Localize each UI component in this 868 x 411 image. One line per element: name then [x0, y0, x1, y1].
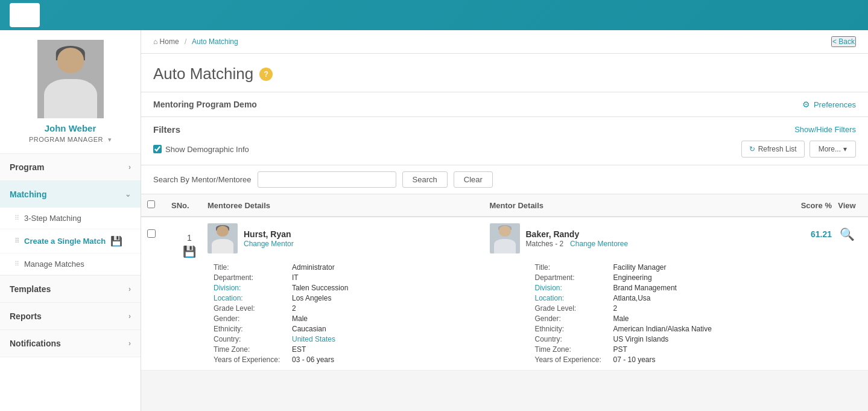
mentor-avatar — [490, 223, 520, 253]
avatar-head — [57, 48, 84, 73]
mentor-division: Brand Management — [613, 284, 857, 292]
preferences-button[interactable]: ⚙ Preferences — [802, 100, 856, 109]
mentor-header: Baker, Randy Matches - 2 Change Mentoree — [490, 223, 772, 253]
select-all-checkbox[interactable] — [147, 200, 155, 208]
search-by-label: Search By Mentor/Mentoree — [153, 175, 252, 184]
row-number: 1 — [187, 227, 192, 243]
notifications-arrow-icon: › — [128, 339, 131, 348]
refresh-list-button[interactable]: ↻ Refresh List — [741, 141, 805, 158]
header-mentor-details: Mentor Details — [490, 201, 772, 210]
mentor-location: Atlanta,Usa — [613, 294, 857, 302]
mentor-gender: Male — [613, 314, 857, 323]
row-checkbox-col — [147, 223, 171, 240]
mentoree-avatar — [207, 223, 238, 253]
search-button[interactable]: Search — [402, 171, 448, 188]
mentoree-details: Title: Administrator Department: IT Divi… — [214, 263, 535, 364]
back-button[interactable]: < Back — [831, 36, 856, 47]
mentoree-timezone: EST — [292, 345, 535, 354]
filter-right-controls: ↻ Refresh List More... ▾ — [741, 141, 856, 158]
save-match-icon[interactable]: 💾 — [183, 245, 196, 258]
sidebar-item-reports[interactable]: Reports › — [0, 303, 141, 330]
match-row-header: 1 💾 Hurst, Ryan — [147, 223, 862, 258]
mentoree-ethnicity: Caucasian — [292, 325, 535, 333]
nav-section-program: Program › — [0, 154, 141, 181]
mentor-country: US Virgin Islands — [613, 335, 857, 343]
program-bar: Mentoring Program Demo ⚙ Preferences — [141, 92, 868, 117]
mentor-exp-label: Years of Experience: — [535, 355, 613, 364]
mentor-dept-label: Department: — [535, 273, 613, 282]
info-icon[interactable]: ? — [259, 68, 273, 81]
clear-button[interactable]: Clear — [454, 171, 493, 188]
breadcrumb-current: Auto Matching — [192, 37, 238, 46]
mentoree-country[interactable]: United States — [292, 335, 535, 343]
mentor-div-label: Division: — [535, 284, 613, 292]
sidebar-item-3step-matching[interactable]: ⠿ 3-Step Matching — [0, 208, 141, 229]
header-score: Score % — [771, 201, 832, 210]
sidebar-item-create-single-match[interactable]: ⠿ Create a Single Match 💾 — [0, 229, 141, 253]
mentor-title: Facility Manager — [613, 263, 857, 272]
mentor-name: Baker, Randy — [526, 229, 629, 239]
page-title: Auto Matching — [153, 65, 253, 83]
view-search-icon[interactable]: 🔍 — [840, 228, 855, 241]
nav-section-templates: Templates › — [0, 276, 141, 303]
mentoree-header: Hurst, Ryan Change Mentor — [207, 223, 490, 253]
row-checkbox[interactable] — [147, 229, 156, 238]
mentor-loc-label: Location: — [535, 294, 613, 302]
refresh-icon: ↻ — [749, 145, 755, 153]
breadcrumb-home[interactable]: Home — [160, 37, 179, 46]
drag-icon: ⠿ — [14, 237, 19, 245]
mentoree-experience: 03 - 06 years — [292, 355, 535, 364]
header-sno: SNo. — [171, 201, 207, 210]
program-arrow-icon: › — [128, 163, 131, 171]
sidebar-item-matching[interactable]: Matching ⌄ — [0, 181, 141, 208]
svg-point-0 — [19, 7, 31, 19]
title-label: Title: — [214, 263, 292, 272]
dept-label: Department: — [214, 273, 292, 282]
mentor-department: Engineering — [613, 273, 857, 282]
more-dropdown-arrow: ▾ — [843, 145, 847, 153]
show-hide-filters-button[interactable]: Show/Hide Filters — [794, 125, 856, 134]
mentor-grade-label: Grade Level: — [535, 304, 613, 313]
templates-arrow-icon: › — [128, 285, 131, 293]
matching-arrow-icon: ⌄ — [125, 190, 131, 199]
mentoree-department: IT — [292, 273, 535, 282]
header-mentoree-details: Mentoree Details — [207, 201, 490, 210]
role-dropdown-arrow[interactable]: ▾ — [108, 136, 112, 143]
breadcrumb: ⌂ Home / Auto Matching < Back — [141, 30, 868, 54]
mentor-ethnicity-label: Ethnicity: — [535, 325, 613, 333]
mentoree-division: Talen Succession — [292, 284, 535, 292]
filters-controls: Show Demographic Info ↻ Refresh List Mor… — [153, 141, 856, 158]
sidebar-item-notifications[interactable]: Notifications › — [0, 330, 141, 357]
gear-icon: ⚙ — [802, 100, 810, 109]
sidebar-item-templates[interactable]: Templates › — [0, 276, 141, 302]
table-header: SNo. Mentoree Details Mentor Details Sco… — [141, 194, 868, 217]
mentor-ethnicity: American Indian/Alaska Native — [613, 325, 857, 333]
mentoree-cell: Hurst, Ryan Change Mentor — [207, 223, 490, 258]
filters-section: Filters Show/Hide Filters Show Demograph… — [141, 117, 868, 165]
change-mentoree-link[interactable]: Change Mentoree — [570, 240, 628, 248]
loc-label: Location: — [214, 294, 292, 302]
mentoree-gender: Male — [292, 314, 535, 323]
exp-label: Years of Experience: — [214, 355, 292, 364]
show-demographic-checkbox-label[interactable]: Show Demographic Info — [153, 145, 249, 154]
table-row: 1 💾 Hurst, Ryan — [141, 217, 868, 371]
mentor-country-label: Country: — [535, 335, 613, 343]
profile-role: PROGRAM MANAGER ▾ — [10, 136, 131, 144]
mentoree-grade: 2 — [292, 304, 535, 313]
sidebar-item-manage-matches[interactable]: ⠿ Manage Matches — [0, 253, 141, 275]
show-demographic-checkbox[interactable] — [153, 145, 162, 153]
more-button[interactable]: More... ▾ — [809, 141, 856, 158]
reports-arrow-icon: › — [128, 312, 131, 320]
nav-section-reports: Reports › — [0, 303, 141, 330]
mentoree-name: Hurst, Ryan — [244, 229, 294, 239]
drag-icon: ⠿ — [14, 214, 19, 222]
sidebar-item-program[interactable]: Program › — [0, 154, 141, 180]
main-content: ⌂ Home / Auto Matching < Back Auto Match… — [141, 30, 868, 411]
change-mentor-link[interactable]: Change Mentor — [244, 240, 294, 248]
mentor-matches-count: Matches - 2 — [526, 240, 564, 248]
mentor-cell: Baker, Randy Matches - 2 Change Mentoree — [490, 223, 772, 258]
search-input[interactable] — [258, 171, 396, 188]
nav-section-notifications: Notifications › — [0, 330, 141, 357]
nav-section-matching: Matching ⌄ ⠿ 3-Step Matching ⠿ Create a … — [0, 181, 141, 276]
mentoree-title: Administrator — [292, 263, 535, 272]
